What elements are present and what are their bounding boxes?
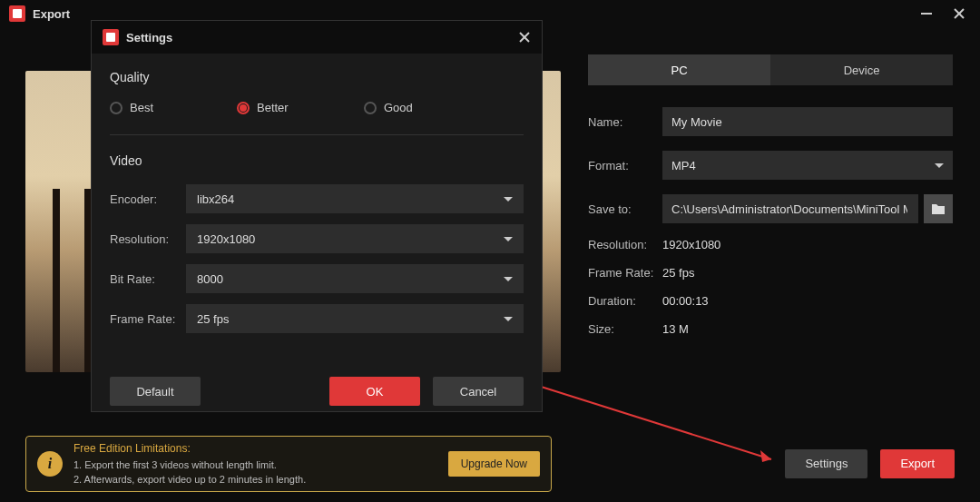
ok-button[interactable]: OK (329, 377, 420, 406)
encoder-label: Encoder: (110, 192, 186, 206)
svg-rect-0 (13, 9, 22, 18)
cancel-button[interactable]: Cancel (433, 377, 524, 406)
radio-icon (364, 102, 377, 114)
format-select[interactable]: MP4 (662, 151, 953, 180)
export-settings-pane: PC Device Name: My Movie Format: MP4 Sav… (572, 27, 980, 425)
saveto-label: Save to: (588, 202, 662, 216)
quality-section-title: Quality (110, 70, 524, 84)
export-tabs: PC Device (588, 54, 953, 85)
resolution-label: Resolution: (588, 238, 662, 251)
quality-radio-group: Best Better Good (110, 101, 524, 114)
quality-option-good[interactable]: Good (364, 101, 491, 114)
limitations-panel: i Free Edition Limitations: 1. Export th… (25, 436, 552, 492)
duration-label: Duration: (588, 294, 662, 308)
framerate-value: 25 fps (662, 266, 953, 280)
name-input[interactable]: My Movie (662, 107, 953, 136)
settings-modal: Settings Quality Best Better Good Video … (91, 20, 543, 412)
modal-app-icon (103, 29, 119, 45)
app-icon (9, 5, 25, 22)
window-title: Export (33, 7, 918, 21)
size-value: 13 M (662, 322, 953, 336)
modal-close-button[interactable] (518, 31, 531, 44)
bottom-bar: i Free Edition Limitations: 1. Export th… (0, 425, 980, 502)
divider (110, 134, 524, 135)
modal-resolution-label: Resolution: (110, 232, 186, 246)
video-section-title: Video (110, 153, 524, 168)
default-button[interactable]: Default (110, 377, 201, 406)
modal-title: Settings (126, 31, 518, 44)
limitations-title: Free Edition Limitations: (74, 440, 448, 457)
quality-option-better[interactable]: Better (237, 101, 364, 114)
quality-option-best[interactable]: Best (110, 101, 237, 114)
modal-framerate-select[interactable]: 25 fps (186, 304, 524, 333)
modal-resolution-select[interactable]: 1920x1080 (186, 224, 524, 253)
close-button[interactable] (951, 5, 967, 22)
size-label: Size: (588, 322, 662, 336)
export-button[interactable]: Export (880, 449, 955, 478)
modal-framerate-label: Frame Rate: (110, 312, 186, 326)
radio-icon (110, 102, 122, 114)
browse-button[interactable] (924, 194, 953, 223)
limitations-line1: 1. Export the first 3 videos without len… (74, 458, 448, 473)
framerate-label: Frame Rate: (588, 266, 662, 280)
tab-pc[interactable]: PC (588, 54, 770, 85)
duration-value: 00:00:13 (662, 294, 953, 308)
name-label: Name: (588, 115, 662, 129)
tab-device[interactable]: Device (770, 54, 953, 85)
modal-header: Settings (92, 21, 542, 54)
saveto-input[interactable]: C:\Users\Administrator\Documents\MiniToo… (662, 194, 918, 223)
resolution-value: 1920x1080 (662, 238, 953, 251)
limitations-line2: 2. Afterwards, export video up to 2 minu… (74, 472, 448, 487)
encoder-select[interactable]: libx264 (186, 184, 524, 213)
minimize-button[interactable] (918, 5, 935, 22)
format-label: Format: (588, 159, 662, 172)
bitrate-select[interactable]: 8000 (186, 264, 524, 293)
settings-button[interactable]: Settings (785, 449, 867, 478)
bitrate-label: Bit Rate: (110, 272, 186, 286)
radio-icon (237, 102, 250, 114)
upgrade-button[interactable]: Upgrade Now (448, 451, 540, 477)
svg-rect-4 (106, 33, 115, 42)
info-icon: i (37, 451, 63, 477)
